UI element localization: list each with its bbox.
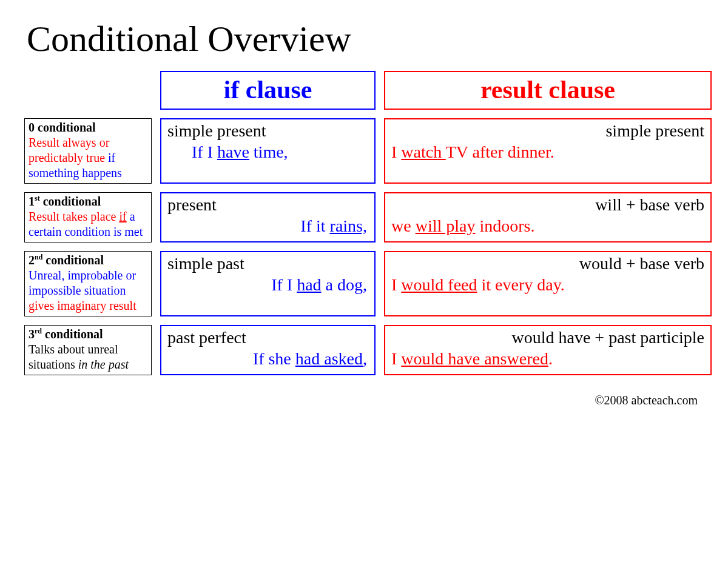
- if-example-3: If she had asked,: [167, 349, 368, 369]
- label-desc: Talks about unreal situations in the pas…: [29, 343, 129, 371]
- result-example-0: I watch TV after dinner.: [391, 142, 704, 162]
- if-tense-2: simple past: [167, 255, 368, 273]
- result-tense-1: will + base verb: [391, 196, 704, 215]
- copyright: ©2008 abcteach.com: [24, 393, 704, 407]
- label-name: 2nd conditional: [29, 253, 104, 267]
- label-desc: Unreal, improbable or impossible situati…: [29, 269, 136, 312]
- if-box-1: present If it rains,: [160, 192, 376, 243]
- result-box-2: would + base verb I would feed it every …: [384, 251, 712, 316]
- label-desc: Result takes place if a certain conditio…: [29, 210, 143, 238]
- label-2-conditional: 2nd conditional Unreal, improbable or im…: [24, 251, 152, 316]
- label-name: 0 conditional: [29, 121, 96, 134]
- result-tense-3: would have + past participle: [391, 329, 704, 347]
- if-box-0: simple present If I have time,: [160, 118, 376, 184]
- label-1-conditional: 1st conditional Result takes place if a …: [24, 192, 152, 243]
- label-0-conditional: 0 conditional Result always or predictab…: [24, 118, 152, 184]
- result-example-2: I would feed it every day.: [391, 275, 704, 295]
- label-3-conditional: 3rd conditional Talks about unreal situa…: [24, 325, 152, 375]
- header-result-clause: result clause: [384, 71, 712, 110]
- if-example-1: If it rains,: [167, 216, 368, 236]
- if-tense-3: past perfect: [167, 329, 368, 347]
- if-example-2: If I had a dog,: [167, 275, 368, 295]
- label-name: 3rd conditional: [29, 327, 103, 341]
- result-tense-2: would + base verb: [391, 255, 704, 273]
- if-box-3: past perfect If she had asked,: [160, 325, 376, 375]
- if-example-0: If I have time,: [167, 142, 368, 162]
- spacer: [24, 71, 152, 110]
- result-example-1: we will play indoors.: [391, 216, 704, 236]
- result-example-3: I would have answered.: [391, 349, 704, 369]
- conditional-grid: if clause result clause 0 conditional Re…: [24, 71, 704, 375]
- result-box-1: will + base verb we will play indoors.: [384, 192, 712, 243]
- if-tense-0: simple present: [167, 122, 368, 141]
- label-desc: Result always or predictably true if som…: [29, 136, 122, 179]
- result-box-0: simple present I watch TV after dinner.: [384, 118, 712, 184]
- result-tense-0: simple present: [391, 122, 704, 141]
- if-tense-1: present: [167, 196, 368, 215]
- result-box-3: would have + past participle I would hav…: [384, 325, 712, 375]
- if-box-2: simple past If I had a dog,: [160, 251, 376, 316]
- label-name: 1st conditional: [29, 195, 101, 208]
- page-title: Conditional Overview: [27, 18, 704, 60]
- header-if-clause: if clause: [160, 71, 376, 110]
